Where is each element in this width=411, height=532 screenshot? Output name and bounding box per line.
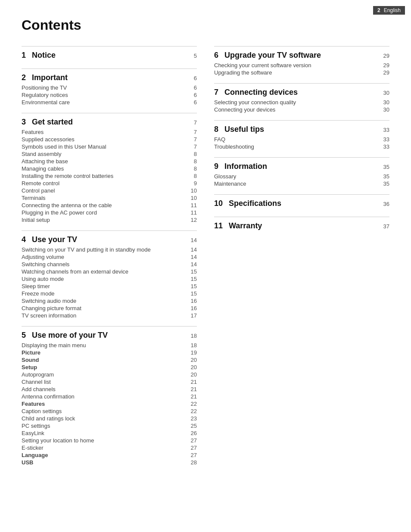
sub-item-page: 30 bbox=[383, 106, 389, 113]
section-6: 6Upgrade your TV software29Checking your… bbox=[214, 46, 389, 76]
section-title-2: Important bbox=[32, 73, 68, 82]
sub-item-page: 33 bbox=[383, 136, 389, 143]
sub-item-label: Features bbox=[22, 401, 45, 407]
sub-item-label: Picture bbox=[22, 349, 40, 356]
list-item: FAQ33 bbox=[214, 136, 389, 143]
section-num-9: 9 bbox=[214, 162, 218, 171]
section-header-4: 4Use your TV14 bbox=[22, 235, 197, 244]
section-num-8: 8 bbox=[214, 125, 218, 134]
sub-item-page: 15 bbox=[191, 290, 197, 297]
sub-item-page: 20 bbox=[191, 364, 197, 370]
sub-item-page: 15 bbox=[191, 276, 197, 282]
sub-item-page: 7 bbox=[194, 136, 197, 143]
sub-item-page: 33 bbox=[383, 143, 389, 150]
list-item: USB28 bbox=[22, 459, 197, 466]
section-subitems-6: Checking your current software version29… bbox=[214, 62, 389, 76]
section-title-9: Information bbox=[224, 162, 267, 171]
section-2: 2Important6Positioning the TV6Regulatory… bbox=[22, 68, 197, 106]
sub-item-label: Plugging in the AC power cord bbox=[22, 209, 97, 216]
sub-item-label: Switching on your TV and putting it in s… bbox=[22, 246, 151, 253]
section-subitems-4: Switching on your TV and putting it in s… bbox=[22, 246, 197, 319]
sub-item-label: Connecting the antenna or the cable bbox=[22, 202, 112, 208]
section-page-8: 33 bbox=[383, 127, 389, 133]
sub-item-label: Control panel bbox=[22, 187, 55, 194]
list-item: Troubleshooting33 bbox=[214, 143, 389, 150]
list-item: E-sticker27 bbox=[22, 444, 197, 451]
sub-item-page: 6 bbox=[194, 99, 197, 106]
list-item: Freeze mode15 bbox=[22, 290, 197, 297]
section-subitems-7: Selecting your connection quality30Conne… bbox=[214, 99, 389, 113]
section-num-5: 5 bbox=[22, 331, 26, 340]
section-title-5: Use more of your TV bbox=[32, 331, 108, 340]
list-item: Control panel10 bbox=[22, 187, 197, 194]
sub-item-label: Antenna confirmation bbox=[22, 393, 75, 400]
sub-item-label: Installing the remote control batteries bbox=[22, 173, 113, 179]
sub-item-page: 35 bbox=[383, 180, 389, 187]
sub-item-label: TV screen information bbox=[22, 312, 76, 319]
list-item: Setting your location to home27 bbox=[22, 437, 197, 444]
list-item: Managing cables8 bbox=[22, 165, 197, 172]
section-title-11: Warranty bbox=[229, 221, 262, 230]
list-item: PC settings25 bbox=[22, 422, 197, 429]
section-num-10: 10 bbox=[214, 199, 223, 208]
sub-item-page: 12 bbox=[191, 217, 197, 223]
sub-item-label: E-sticker bbox=[22, 445, 44, 451]
section-page-6: 29 bbox=[383, 53, 389, 59]
list-item: Plugging in the AC power cord11 bbox=[22, 209, 197, 216]
toc-container: 1Notice52Important6Positioning the TV6Re… bbox=[22, 46, 389, 473]
sub-item-page: 27 bbox=[191, 445, 197, 451]
list-item: Picture19 bbox=[22, 349, 197, 356]
list-item: Adjusting volume14 bbox=[22, 253, 197, 261]
sub-item-page: 22 bbox=[191, 401, 197, 407]
sub-item-page: 10 bbox=[191, 195, 197, 201]
sub-item-label: Changing picture format bbox=[22, 305, 81, 311]
sub-item-page: 35 bbox=[383, 173, 389, 180]
section-header-1: 1Notice5 bbox=[22, 51, 197, 60]
sub-item-label: Sleep timer bbox=[22, 283, 50, 289]
section-7: 7Connecting devices30Selecting your conn… bbox=[214, 83, 389, 113]
sub-item-label: Initial setup bbox=[22, 217, 50, 223]
page-number: 2 bbox=[377, 7, 380, 13]
section-num-1: 1 bbox=[22, 51, 26, 60]
section-1: 1Notice5 bbox=[22, 46, 197, 62]
section-title-10: Specifications bbox=[229, 199, 281, 208]
sub-item-label: Environmental care bbox=[22, 99, 70, 106]
sub-item-label: Switching channels bbox=[22, 261, 69, 268]
section-page-9: 35 bbox=[383, 164, 389, 170]
list-item: Watching channels from an external devic… bbox=[22, 268, 197, 275]
sub-item-page: 19 bbox=[191, 349, 197, 356]
sub-item-label: Symbols used in this User Manual bbox=[22, 143, 106, 150]
list-item: Add channels21 bbox=[22, 386, 197, 393]
sub-item-page: 29 bbox=[383, 69, 389, 76]
section-page-3: 7 bbox=[194, 119, 197, 126]
section-page-11: 37 bbox=[383, 223, 389, 230]
section-header-8: 8Useful tips33 bbox=[214, 125, 389, 134]
section-header-5: 5Use more of your TV18 bbox=[22, 331, 197, 340]
sub-item-label: Checking your current software version bbox=[214, 62, 311, 68]
sub-item-label: Regulatory notices bbox=[22, 92, 68, 98]
section-11: 11Warranty37 bbox=[214, 217, 389, 232]
list-item: Attaching the base8 bbox=[22, 158, 197, 165]
sub-item-page: 20 bbox=[191, 371, 197, 378]
list-item: Switching audio mode16 bbox=[22, 297, 197, 305]
list-item: Setup20 bbox=[22, 364, 197, 371]
sub-item-page: 25 bbox=[191, 423, 197, 429]
section-subitems-5: Displaying the main menu18Picture19Sound… bbox=[22, 342, 197, 466]
section-title-6: Upgrade your TV software bbox=[224, 51, 321, 60]
sub-item-page: 16 bbox=[191, 298, 197, 304]
sub-item-label: Displaying the main menu bbox=[22, 342, 86, 348]
sub-item-label: Language bbox=[22, 452, 48, 458]
sub-item-label: Connecting your devices bbox=[214, 106, 275, 113]
sub-item-label: Setting your location to home bbox=[22, 437, 94, 444]
list-item: Installing the remote control batteries8 bbox=[22, 172, 197, 180]
list-item: Switching on your TV and putting it in s… bbox=[22, 246, 197, 253]
list-item: Child and ratings lock23 bbox=[22, 415, 197, 422]
sub-item-page: 8 bbox=[194, 158, 197, 165]
sub-item-label: PC settings bbox=[22, 423, 50, 429]
list-item: Maintenance35 bbox=[214, 180, 389, 187]
sub-item-page: 10 bbox=[191, 187, 197, 194]
list-item: Switching channels14 bbox=[22, 261, 197, 268]
section-title-1: Notice bbox=[32, 51, 56, 60]
sub-item-page: 18 bbox=[191, 342, 197, 348]
sub-item-label: Using auto mode bbox=[22, 276, 64, 282]
